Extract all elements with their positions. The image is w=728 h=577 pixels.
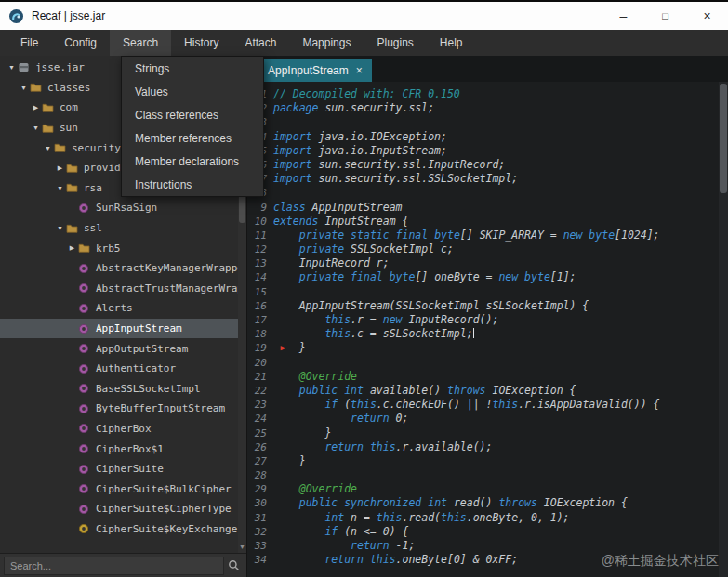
code-line[interactable]: 16 AppInputStream(SSLSocketImpl sSLSocke… — [251, 299, 719, 313]
class-icon — [78, 303, 92, 314]
code-line[interactable]: 8 — [251, 186, 719, 200]
code-line[interactable]: 11 private static final byte[] SKIP_ARRA… — [251, 229, 719, 243]
tree-item-ciphersuite-bulkcipher[interactable]: CipherSuite$BulkCipher — [0, 479, 238, 499]
code-line[interactable]: 29 @Override — [251, 482, 719, 496]
code-line[interactable]: 33 return -1; — [251, 539, 719, 553]
editor-scrollbar-thumb[interactable] — [720, 84, 727, 193]
tree-item-label: sun — [60, 122, 78, 134]
collapse-arrow-icon[interactable]: ▼ — [54, 185, 66, 191]
menu-attach[interactable]: Attach — [232, 30, 289, 56]
editor-scrollbar[interactable] — [719, 82, 728, 577]
menu-item-member-references[interactable]: Member references — [122, 126, 263, 150]
menu-item-member-declarations[interactable]: Member declarations — [122, 150, 263, 173]
tab-appinputstream[interactable]: AppInputStream × — [258, 59, 372, 82]
code-line[interactable]: 23 if (this.c.checkEOF() || !this.r.isAp… — [251, 398, 719, 412]
tree-item-label: CipherSuite$BulkCipher — [96, 483, 232, 495]
code-line[interactable]: 20 — [251, 356, 719, 370]
code-line[interactable]: 12 private SSLSocketImpl c; — [251, 243, 719, 256]
tree-item-abstractkeymanagerwrapper[interactable]: AbstractKeyManagerWrapper — [0, 258, 238, 279]
code-line[interactable]: 25 } — [251, 426, 719, 440]
menu-plugins[interactable]: Plugins — [364, 30, 426, 56]
code-text: extends InputStream { — [273, 215, 408, 229]
code-line[interactable]: 14 private final byte[] oneByte = new by… — [251, 270, 719, 284]
maximize-icon: □ — [662, 10, 668, 21]
code-text: return this.oneByte[0] & 0xFF; — [273, 553, 518, 567]
code-line[interactable]: 9class AppInputStream — [251, 201, 719, 215]
menu-help[interactable]: Help — [427, 30, 476, 56]
code-line[interactable]: 10extends InputStream { — [251, 215, 719, 229]
code-line[interactable]: 4import java.io.IOException; — [251, 130, 719, 144]
code-line[interactable]: 18 this.c = sSLSocketImpl; — [251, 327, 719, 341]
menu-item-strings[interactable]: Strings — [122, 57, 263, 80]
code-line[interactable]: 28 — [251, 468, 719, 482]
menu-config[interactable]: Config — [51, 30, 110, 56]
tree-item-ciphersuite-keyexchange[interactable]: CipherSuite$KeyExchange — [0, 519, 238, 540]
code-line[interactable]: 30 public synchronized int read() throws… — [251, 496, 719, 510]
menu-mappings[interactable]: Mappings — [289, 30, 364, 56]
tree-item-abstracttrustmanagerwrapper[interactable]: AbstractTrustManagerWrapper — [0, 279, 238, 299]
tree-search-input[interactable] — [4, 557, 224, 575]
search-icon[interactable] — [224, 559, 243, 571]
code-text: return this.r.available(); — [273, 440, 492, 454]
code-line[interactable]: 24 return 0; — [251, 412, 719, 426]
class-icon — [78, 343, 92, 354]
tree-item-bytebufferinputstream[interactable]: ByteBufferInputStream — [0, 399, 238, 419]
code-line[interactable]: 27 } — [251, 454, 719, 468]
tree-item-appoutputstream[interactable]: AppOutputStream — [0, 338, 238, 359]
tree-item-sunrsasign[interactable]: SunRsaSign — [0, 198, 238, 218]
code-line[interactable]: 6import sun.security.ssl.InputRecord; — [251, 158, 719, 172]
menu-file[interactable]: File — [7, 30, 51, 56]
code-line[interactable]: 15 — [251, 285, 719, 299]
tree-item-authenticator[interactable]: Authenticator — [0, 359, 238, 379]
menu-item-class-references[interactable]: Class references — [122, 103, 263, 126]
code-line[interactable]: 26 return this.r.available(); — [251, 440, 719, 454]
code-text: this.c = sSLSocketImpl; — [273, 327, 474, 341]
code-line[interactable]: 31 int n = this.read(this.oneByte, 0, 1)… — [251, 511, 719, 525]
code-line[interactable]: 22 public int available() throws IOExcep… — [251, 384, 719, 398]
collapse-arrow-icon[interactable]: ▼ — [18, 85, 30, 91]
line-number: 10 — [251, 215, 273, 229]
code-line[interactable]: 5import java.io.InputStream; — [251, 144, 719, 158]
tree-item-cipherbox[interactable]: CipherBox — [0, 419, 238, 439]
expand-arrow-icon[interactable]: ▶ — [30, 104, 42, 111]
tree-item-label: CipherBox$1 — [96, 443, 164, 455]
code-line[interactable]: 21 @Override — [251, 370, 719, 384]
tree-item-ciphersuite-ciphertype[interactable]: CipherSuite$CipherType — [0, 499, 238, 519]
code-line[interactable]: 3 — [251, 115, 719, 129]
code-area[interactable]: 1// Decompiled with: CFR 0.1502package s… — [247, 82, 719, 577]
tree-item-basesslsocketimpl[interactable]: BaseSSLSocketImpl — [0, 379, 238, 400]
tab-close-icon[interactable]: × — [356, 64, 363, 77]
scroll-down-arrow-icon[interactable]: ▼ — [238, 544, 246, 550]
line-number: 13 — [251, 256, 273, 270]
tree-item-krb5[interactable]: ▶krb5 — [0, 238, 238, 258]
tree-item-appinputstream[interactable]: AppInputStream — [0, 319, 238, 339]
code-text: import sun.security.ssl.SSLSocketImpl; — [273, 172, 518, 186]
code-text: } — [273, 341, 306, 355]
expand-arrow-icon[interactable]: ▶ — [66, 244, 78, 252]
collapse-arrow-icon[interactable]: ▼ — [42, 145, 54, 151]
text-caret — [473, 328, 475, 338]
code-line[interactable]: 7import sun.security.ssl.SSLSocketImpl; — [251, 172, 719, 186]
tree-item-ciphersuite[interactable]: CipherSuite — [0, 459, 238, 479]
menu-item-values[interactable]: Values — [122, 80, 263, 103]
menu-item-instructions[interactable]: Instructions — [122, 173, 263, 196]
code-line[interactable]: 1// Decompiled with: CFR 0.150 — [251, 87, 719, 101]
tree-item-cipherbox-1[interactable]: CipherBox$1 — [0, 439, 238, 459]
tree-item-alerts[interactable]: Alerts — [0, 298, 238, 319]
menu-search[interactable]: Search — [110, 30, 171, 56]
code-line[interactable]: 19▶ } — [251, 341, 719, 355]
code-line[interactable]: 2package sun.security.ssl; — [251, 101, 719, 115]
code-line[interactable]: 17 this.r = new InputRecord(); — [251, 313, 719, 327]
maximize-button[interactable]: □ — [644, 2, 686, 30]
expand-arrow-icon[interactable]: ▶ — [54, 164, 66, 172]
collapse-arrow-icon[interactable]: ▼ — [30, 125, 42, 131]
code-line[interactable]: 32 if (n <= 0) { — [251, 525, 719, 539]
collapse-arrow-icon[interactable]: ▼ — [6, 64, 18, 71]
line-number: 20 — [251, 356, 273, 370]
code-line[interactable]: 13 InputRecord r; — [251, 256, 719, 270]
menu-history[interactable]: History — [171, 30, 232, 56]
close-button[interactable]: × — [686, 2, 728, 30]
minimize-button[interactable]: – — [602, 2, 644, 30]
collapse-arrow-icon[interactable]: ▼ — [54, 225, 66, 231]
tree-item-ssl[interactable]: ▼ssl — [0, 218, 238, 239]
